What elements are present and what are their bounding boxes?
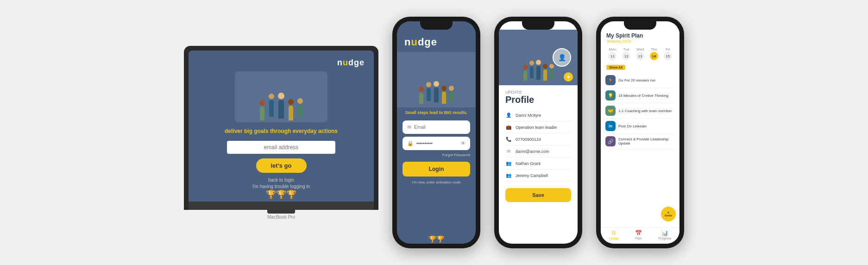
phone1-notch: [420, 21, 453, 30]
plan-nav-label: Plan: [635, 237, 642, 240]
task-connect[interactable]: 🔗 Connect & Provide Leadership Update: [605, 134, 675, 149]
task-linkedin-icon: in: [605, 121, 616, 131]
task-linkedin-label: Post On Linkedin: [618, 124, 647, 128]
nav-progress[interactable]: 📊 Progress: [658, 230, 671, 240]
phone2-wrapper: 👤 + Update Profile 👤 Danni McItyre 💼 Ope…: [494, 17, 582, 248]
profile-role-field[interactable]: 💼 Operation team leader: [505, 121, 571, 133]
phone1-email-row[interactable]: ✉: [403, 120, 470, 134]
profile-phone-value: 07700900124: [516, 137, 541, 142]
laptop-email-input[interactable]: [227, 141, 335, 154]
goals-label: Goals: [665, 214, 673, 217]
phone1-wrapper: nudge 🏆🏆 Small steps lead to BIG results…: [392, 17, 480, 248]
cal-day-wed: Wed 13: [634, 47, 647, 60]
plan-nav-icon: 📅: [635, 230, 642, 236]
task-creative-icon: 💡: [605, 90, 616, 101]
profile-email-value: danni@acme.com: [516, 149, 549, 154]
laptop-logo: nudge: [198, 58, 365, 68]
briefcase-icon: 💼: [505, 125, 512, 130]
laptop-base: [189, 202, 374, 210]
phone2-fields: 👤 Danni McItyre 💼 Operation team leader …: [499, 107, 578, 183]
task-coaching[interactable]: 🤝 1-1 Coaching with team member: [605, 103, 675, 119]
back-to-login-link[interactable]: back to login: [198, 177, 365, 183]
cal-day-tue: Tue 12: [620, 47, 633, 60]
task-linkedin[interactable]: in Post On Linkedin: [605, 119, 675, 134]
phone3-wrapper: My Spirit Plan January,2021 Mon 11 Tue 1…: [596, 17, 684, 248]
laptop-stand: [267, 210, 295, 214]
task-connect-label: Connect & Provide Leadership Update: [618, 137, 675, 145]
profile-contact2-field[interactable]: 👥 Jeremy Campbell: [505, 170, 571, 182]
phone2-hero: 👤 +: [499, 30, 578, 85]
profile-title: Profile: [505, 95, 571, 105]
phone-icon: 📞: [505, 137, 512, 142]
lock-icon: 🔒: [407, 140, 414, 146]
nav-nudge[interactable]: N Nudge: [609, 230, 619, 240]
laptop-mockup: nudge: [184, 46, 378, 220]
add-photo-button[interactable]: +: [564, 72, 573, 82]
trouble-logging-link[interactable]: I'm having trouble logging in: [198, 184, 365, 189]
phone1-logo: nudge: [404, 36, 468, 48]
progress-nav-label: Progress: [658, 237, 671, 240]
task-run[interactable]: 🏃 Go For 20 minutes run: [605, 73, 675, 88]
bottom-nav: N Nudge 📅 Plan 📊 Progress: [601, 227, 679, 244]
profile-avatar: 👤: [553, 48, 571, 67]
calendar-row: Mon 11 Tue 12 Wed 13 Thu 14 Fri 15: [601, 45, 679, 62]
laptop-hero-illustration: 🏆🏆🏆: [198, 71, 365, 122]
phone3-device: My Spirit Plan January,2021 Mon 11 Tue 1…: [596, 17, 684, 248]
task-run-icon: 🏃: [605, 75, 616, 85]
laptop-tagline: deliver big goals through everyday actio…: [198, 128, 365, 134]
plan-month: January,2021: [606, 39, 674, 44]
nav-plan[interactable]: 📅 Plan: [635, 230, 642, 240]
phone1-password-row[interactable]: 🔒 👁: [403, 137, 470, 150]
phone1-email-input[interactable]: [414, 125, 465, 130]
nudge-nav-label: Nudge: [609, 237, 619, 240]
login-button[interactable]: Login: [403, 162, 470, 177]
profile-name-value: Danni McItyre: [516, 113, 541, 118]
task-connect-icon: 🔗: [605, 136, 616, 146]
laptop-links: back to login I'm having trouble logging…: [198, 177, 365, 189]
profile-email-field[interactable]: ✉ danni@acme.com: [505, 145, 571, 158]
profile-contact1-field[interactable]: 👥 Nathan Grant: [505, 158, 571, 170]
profile-role-value: Operation team leader: [516, 125, 557, 130]
plan-title: My Spirit Plan: [606, 32, 674, 39]
phone3-screen: My Spirit Plan January,2021 Mon 11 Tue 1…: [601, 21, 679, 244]
profile-contact2-value: Jeremy Campbell: [516, 173, 548, 178]
cal-day-thu-today[interactable]: Thu 14: [648, 47, 660, 60]
email-field-icon: ✉: [505, 149, 512, 154]
phone2-device: 👤 + Update Profile 👤 Danni McItyre 💼 Ope…: [494, 17, 582, 248]
phone1-illustration: 🏆🏆: [397, 52, 476, 107]
task-coaching-label: 1-1 Coaching with team member: [618, 109, 672, 113]
profile-phone-field[interactable]: 📞 07700900124: [505, 133, 571, 145]
contacts2-icon: 👥: [505, 173, 512, 178]
task-creative-label: 15 Minutes of Cretive Thinking: [618, 94, 668, 98]
laptop-lets-go-button[interactable]: let's go: [256, 158, 307, 173]
phone2-screen: 👤 + Update Profile 👤 Danni McItyre 💼 Ope…: [499, 21, 578, 244]
phone1-logo-area: nudge: [397, 30, 476, 52]
spirit-plan-header: My Spirit Plan January,2021: [601, 30, 679, 45]
person-icon: 👤: [505, 113, 512, 118]
laptop-model-label: MacBook Pro: [267, 215, 295, 220]
forgot-password-link[interactable]: Forgot Password: [403, 153, 470, 157]
profile-name-field[interactable]: 👤 Danni McItyre: [505, 109, 571, 121]
nudge-nav-icon: N: [612, 230, 616, 236]
task-creative[interactable]: 💡 15 Minutes of Cretive Thinking: [605, 88, 675, 103]
task-coaching-icon: 🤝: [605, 106, 616, 116]
show-password-icon[interactable]: 👁: [461, 141, 465, 146]
goals-badge: 5 Goals: [661, 207, 676, 221]
tasks-list: 🏃 Go For 20 minutes run 💡 15 Minutes of …: [601, 71, 679, 151]
phone2-title-area: Update Profile: [499, 85, 578, 107]
activate-link[interactable]: I'm new, enter activation code: [403, 180, 470, 189]
cal-day-fri: Fri 15: [661, 47, 674, 60]
phone2-notch: [522, 21, 554, 30]
email-icon: ✉: [407, 124, 411, 130]
phone1-tagline: Small steps lead to BIG results.: [397, 107, 476, 118]
phone1-password-input[interactable]: [416, 141, 458, 146]
phone3-notch: [624, 21, 656, 30]
laptop-screen-outer: nudge: [184, 46, 378, 210]
profile-contact1-value: Nathan Grant: [516, 161, 541, 166]
progress-nav-icon: 📊: [661, 230, 668, 236]
show-all-button[interactable]: Show All: [606, 65, 625, 70]
update-label: Update: [505, 90, 571, 95]
save-button[interactable]: Save: [505, 188, 571, 202]
laptop-screen: nudge: [189, 50, 374, 202]
phone1-form: ✉ 🔒 👁 Forgot Password Login I'm new, ent…: [397, 118, 476, 192]
